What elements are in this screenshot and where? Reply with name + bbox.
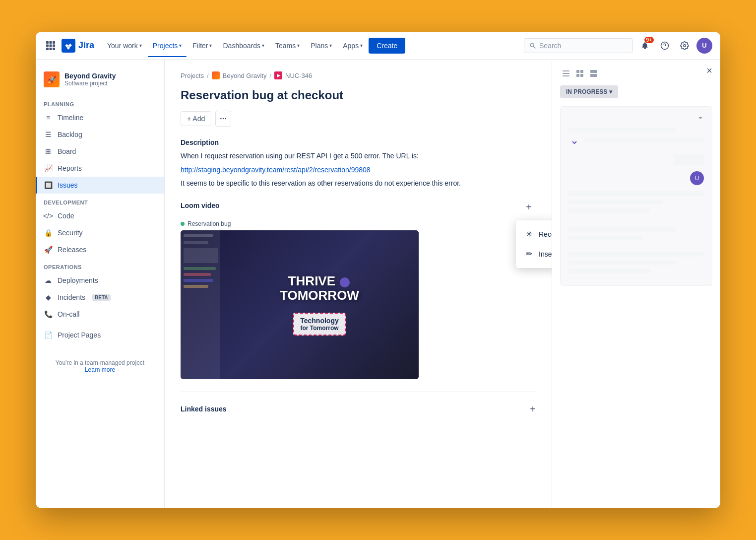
loom-tech-text-1: Technology bbox=[300, 317, 339, 325]
top-nav: Jira Your work ▾ Projects ▾ Filter ▾ Das… bbox=[36, 32, 720, 60]
skeleton-line bbox=[584, 138, 704, 142]
insert-icon: ✏ bbox=[524, 249, 534, 259]
svg-rect-17 bbox=[563, 75, 569, 76]
issue-title: Reservation bug at checkout bbox=[181, 87, 536, 103]
close-panel-button[interactable]: × bbox=[706, 66, 712, 75]
chevron-down-icon: ▾ bbox=[139, 43, 142, 48]
issue-description: Description When I request reservation u… bbox=[181, 138, 536, 189]
linked-issues-add-button[interactable]: + bbox=[530, 404, 536, 415]
help-button[interactable] bbox=[657, 38, 673, 54]
nav-plans[interactable]: Plans ▾ bbox=[306, 39, 337, 53]
nav-your-work[interactable]: Your work ▾ bbox=[102, 39, 147, 53]
record-new-loom-item[interactable]: ✳ Record a new Loom bbox=[516, 224, 552, 244]
project-name: Beyond Gravity bbox=[64, 72, 116, 80]
sidebar-item-deployments[interactable]: ☁ Deployments bbox=[36, 272, 164, 289]
svg-point-12 bbox=[220, 118, 222, 120]
panel-fields: U bbox=[560, 106, 712, 286]
status-button[interactable]: IN PROGRESS ▾ bbox=[560, 85, 618, 98]
releases-icon: 🚀 bbox=[44, 245, 53, 254]
incidents-icon: ◆ bbox=[44, 293, 53, 302]
skeleton-line bbox=[568, 208, 650, 213]
sidebar-item-security[interactable]: 🔒 Security bbox=[36, 224, 164, 241]
svg-rect-16 bbox=[563, 73, 569, 74]
skeleton-line bbox=[568, 261, 677, 265]
sidebar-item-label: On-call bbox=[58, 310, 79, 318]
more-icon bbox=[219, 115, 227, 123]
learn-more-link[interactable]: Learn more bbox=[85, 366, 115, 373]
split-view-icon[interactable] bbox=[588, 68, 600, 79]
nav-teams[interactable]: Teams ▾ bbox=[270, 39, 305, 53]
loom-add-container: + ✳ Record a new Loom ✏ Insert existing … bbox=[522, 201, 536, 214]
list-view-icon[interactable] bbox=[560, 68, 572, 79]
sidebar-item-label: Security bbox=[58, 229, 83, 237]
sidebar-item-label: Releases bbox=[58, 246, 86, 254]
beta-badge: BETA bbox=[92, 294, 110, 301]
loom-thumbnail[interactable]: THRIVE TOMORROW Technology for Tomorrow bbox=[181, 230, 419, 379]
user-avatar[interactable]: U bbox=[696, 38, 712, 54]
sidebar-item-on-call[interactable]: 📞 On-call bbox=[36, 306, 164, 323]
chevron-down-icon: ▾ bbox=[209, 43, 212, 48]
linked-issues-section: Linked issues + bbox=[181, 391, 536, 415]
skeleton-line bbox=[568, 200, 663, 204]
notifications-button[interactable]: 9+ bbox=[637, 38, 653, 54]
chevron-down-icon: ▾ bbox=[179, 43, 182, 48]
breadcrumb: Projects / Beyond Gravity / ▶ NUC-346 bbox=[181, 71, 536, 79]
sidebar-item-issues[interactable]: 🔲 Issues bbox=[36, 177, 164, 194]
loom-add-button[interactable]: + bbox=[522, 201, 536, 214]
insert-existing-loom-item[interactable]: ✏ Insert existing Loom bbox=[516, 244, 552, 264]
sidebar-item-label: Reports bbox=[58, 164, 82, 172]
sidebar-item-releases[interactable]: 🚀 Releases bbox=[36, 241, 164, 258]
sidebar-item-label: Incidents bbox=[58, 293, 85, 301]
skeleton-line bbox=[568, 269, 650, 273]
jira-logo[interactable]: Jira bbox=[62, 39, 94, 53]
sidebar-item-board[interactable]: ⊞ Board bbox=[36, 143, 164, 160]
settings-button[interactable] bbox=[677, 38, 693, 54]
svg-rect-23 bbox=[590, 74, 597, 77]
issue-main: Projects / Beyond Gravity / ▶ NUC-346 Re… bbox=[165, 60, 552, 508]
grid-view-icon[interactable] bbox=[574, 68, 586, 79]
sidebar-item-backlog[interactable]: ☰ Backlog bbox=[36, 126, 164, 143]
more-options-button[interactable] bbox=[215, 111, 231, 127]
sidebar-item-code[interactable]: </> Code bbox=[36, 207, 164, 224]
nav-projects[interactable]: Projects ▾ bbox=[148, 39, 187, 53]
nav-apps[interactable]: Apps ▾ bbox=[338, 39, 368, 53]
sidebar-footer: You're in a team-managed project Learn m… bbox=[36, 351, 164, 381]
description-label: Description bbox=[181, 138, 536, 146]
breadcrumb-issue-link[interactable]: NUC-346 bbox=[285, 72, 312, 79]
svg-rect-0 bbox=[46, 41, 49, 44]
insert-loom-label: Insert existing Loom bbox=[539, 250, 552, 258]
gear-icon bbox=[680, 41, 689, 50]
description-url[interactable]: http://staging.beyondgravity.team/rest/a… bbox=[181, 166, 536, 174]
svg-rect-20 bbox=[576, 74, 579, 77]
board-icon: ⊞ bbox=[44, 147, 53, 156]
sidebar-item-timeline[interactable]: ≡ Timeline bbox=[36, 109, 164, 126]
chevron-down-icon: ▾ bbox=[297, 43, 300, 48]
add-button[interactable]: + Add bbox=[181, 111, 211, 126]
sidebar-item-incidents[interactable]: ◆ Incidents BETA bbox=[36, 289, 164, 306]
timeline-icon: ≡ bbox=[44, 113, 53, 122]
svg-rect-8 bbox=[53, 48, 55, 50]
skeleton-line bbox=[568, 128, 677, 133]
sidebar-item-reports[interactable]: 📈 Reports bbox=[36, 160, 164, 177]
svg-rect-4 bbox=[50, 44, 52, 47]
description-p2: It seems to be specific to this reservat… bbox=[181, 178, 536, 189]
sidebar-item-label: Deployments bbox=[58, 276, 98, 284]
sidebar-item-project-pages[interactable]: 📄 Project Pages bbox=[36, 327, 164, 343]
sidebar: 🚀 Beyond Gravity Software project PLANNI… bbox=[36, 60, 165, 508]
breadcrumb-projects-link[interactable]: Projects bbox=[181, 72, 204, 79]
svg-rect-15 bbox=[563, 70, 569, 71]
grid-menu-icon[interactable] bbox=[44, 39, 58, 53]
create-button[interactable]: Create bbox=[369, 38, 405, 54]
loom-thrive-text: THRIVE TOMORROW bbox=[280, 274, 359, 302]
nav-dashboards[interactable]: Dashboards ▾ bbox=[218, 39, 269, 53]
search-icon bbox=[529, 42, 536, 49]
breadcrumb-project-link[interactable]: Beyond Gravity bbox=[223, 72, 267, 79]
search-placeholder: Search bbox=[539, 42, 561, 50]
svg-rect-7 bbox=[50, 48, 52, 50]
notification-badge: 9+ bbox=[644, 37, 654, 43]
nav-filter[interactable]: Filter ▾ bbox=[188, 39, 217, 53]
search-box[interactable]: Search bbox=[524, 38, 633, 53]
backlog-icon: ☰ bbox=[44, 130, 53, 139]
svg-point-13 bbox=[223, 118, 224, 120]
loom-dot bbox=[181, 222, 185, 226]
